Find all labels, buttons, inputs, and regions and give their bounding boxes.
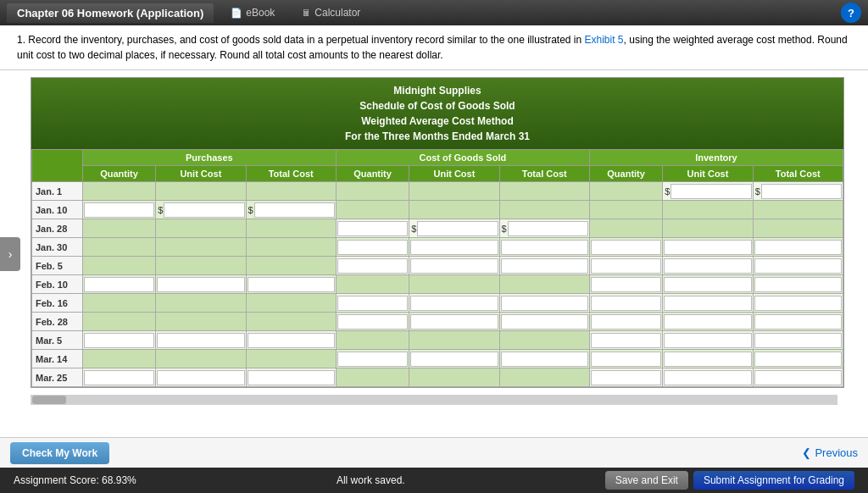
- inv-unit-input[interactable]: [664, 296, 751, 311]
- cogs-unit-cell: [409, 350, 499, 368]
- cogs-total-input[interactable]: [501, 296, 588, 311]
- cogs-unit-input[interactable]: [410, 352, 498, 367]
- cogs-qty-input[interactable]: [337, 240, 408, 255]
- inv-unit-input[interactable]: [664, 333, 751, 348]
- nav-arrow-left[interactable]: ›: [0, 237, 20, 271]
- table-row: Jan. 10$$: [32, 201, 843, 219]
- purchase-unit-input[interactable]: [164, 202, 244, 218]
- inv-unit-input[interactable]: [664, 258, 751, 274]
- inv-total-input[interactable]: [754, 352, 842, 367]
- inv-total-cell: [753, 350, 843, 368]
- data-table: Purchases Cost of Goods Sold Inventory Q…: [31, 149, 843, 387]
- inv-unit-input[interactable]: [664, 240, 751, 255]
- cogs-unit-input[interactable]: [410, 314, 498, 330]
- date-cell: Feb. 5: [32, 257, 83, 275]
- inv-total-input[interactable]: [754, 258, 842, 274]
- inv-qty-input[interactable]: [591, 333, 661, 348]
- inv-total-input[interactable]: [754, 296, 842, 311]
- inv-unit-input[interactable]: [664, 370, 751, 385]
- save-exit-button[interactable]: Save and Exit: [605, 471, 688, 490]
- inv-qty-header: Quantity: [589, 166, 662, 182]
- cogs-unit-input[interactable]: [410, 240, 498, 255]
- previous-button[interactable]: ❮ Previous: [802, 446, 858, 459]
- inv-qty-input[interactable]: [591, 240, 661, 255]
- purchase-total-cell: [246, 182, 336, 201]
- purchase-unit-cell: [156, 275, 246, 294]
- inv-total-input[interactable]: [754, 240, 842, 255]
- inv-unit-input[interactable]: [664, 277, 751, 292]
- purchase-total-input[interactable]: [248, 333, 335, 348]
- inv-qty-cell: [589, 331, 662, 350]
- inv-qty-input[interactable]: [591, 370, 661, 385]
- inv-unit-input[interactable]: [664, 314, 751, 330]
- cogs-unit-input[interactable]: [417, 221, 498, 236]
- inv-total-input[interactable]: [754, 370, 842, 385]
- check-work-button[interactable]: Check My Work: [10, 442, 109, 464]
- purchase-total-input[interactable]: [254, 202, 335, 218]
- inv-qty-input[interactable]: [591, 352, 661, 367]
- inv-qty-cell: [589, 368, 662, 387]
- inv-qty-input[interactable]: [591, 314, 661, 330]
- purchase-unit-cell: [156, 368, 246, 387]
- inv-total-cell: [753, 275, 843, 294]
- inv-unit-cell: [663, 368, 753, 387]
- cogs-qty-cell: [336, 257, 409, 275]
- inv-unit-cell: [663, 350, 753, 368]
- cogs-unit-cell: [409, 257, 499, 275]
- inv-total-input[interactable]: [761, 184, 842, 199]
- inv-qty-input[interactable]: [591, 277, 661, 292]
- inv-qty-input[interactable]: [591, 296, 661, 311]
- inv-unit-input[interactable]: [664, 352, 751, 367]
- cogs-qty-cell: [336, 368, 409, 387]
- inv-total-input[interactable]: [754, 277, 842, 292]
- purchase-qty-input[interactable]: [84, 370, 154, 385]
- schedule-title1: Midnight Supplies: [35, 83, 840, 98]
- tab-calculator[interactable]: 🖩 Calculator: [292, 3, 370, 22]
- date-cell: Feb. 16: [32, 294, 83, 313]
- purchase-total-cell: [246, 219, 336, 238]
- cogs-total-input[interactable]: [501, 240, 588, 255]
- inv-total-input[interactable]: [754, 314, 842, 330]
- purchase-qty-input[interactable]: [84, 333, 154, 348]
- purchase-qty-input[interactable]: [84, 202, 154, 218]
- tab-ebook[interactable]: 📄 eBook: [220, 3, 285, 22]
- inv-qty-cell: [589, 257, 662, 275]
- exhibit-link[interactable]: Exhibit 5: [585, 34, 624, 46]
- cogs-qty-input[interactable]: [337, 296, 408, 311]
- inv-total-input[interactable]: [754, 333, 842, 348]
- cogs-qty-input[interactable]: [337, 221, 408, 236]
- purchase-total-cell: [246, 331, 336, 350]
- cogs-qty-cell: [336, 313, 409, 331]
- schedule-title2: Schedule of Cost of Goods Sold: [35, 98, 840, 114]
- inv-total-cell: [753, 257, 843, 275]
- cogs-qty-input[interactable]: [337, 352, 408, 367]
- purchase-total-input[interactable]: [248, 277, 335, 292]
- purchase-unit-cell: [156, 331, 246, 350]
- cogs-unit-input[interactable]: [410, 258, 498, 274]
- inv-unit-cell: [663, 201, 753, 219]
- submit-button[interactable]: Submit Assignment for Grading: [693, 471, 854, 490]
- cogs-total-input[interactable]: [501, 352, 588, 367]
- cogs-total-input[interactable]: [501, 314, 588, 330]
- cogs-total-input[interactable]: [501, 258, 588, 274]
- cogs-qty-input[interactable]: [337, 258, 408, 274]
- inv-unit-input[interactable]: [670, 184, 751, 199]
- inv-qty-cell: [589, 275, 662, 294]
- cogs-unit-input[interactable]: [410, 296, 498, 311]
- cogs-qty-input[interactable]: [337, 314, 408, 330]
- purchase-total-input[interactable]: [248, 370, 335, 385]
- purchase-qty-cell: [82, 331, 155, 350]
- inv-total-cell: [753, 294, 843, 313]
- instructions: 1. Record the inventory, purchases, and …: [0, 25, 868, 70]
- inv-qty-cell: [589, 201, 662, 219]
- cogs-unit-cell: [409, 238, 499, 257]
- purchase-unit-input[interactable]: [157, 277, 244, 292]
- cogs-unit-cell: [409, 331, 499, 350]
- purchase-qty-input[interactable]: [84, 277, 154, 292]
- inv-qty-input[interactable]: [591, 258, 661, 274]
- purchase-unit-input[interactable]: [157, 370, 244, 385]
- support-button[interactable]: ?: [841, 3, 861, 23]
- purchase-unit-input[interactable]: [157, 333, 244, 348]
- cogs-total-input[interactable]: [508, 221, 588, 236]
- table-row: Mar. 14: [32, 350, 843, 368]
